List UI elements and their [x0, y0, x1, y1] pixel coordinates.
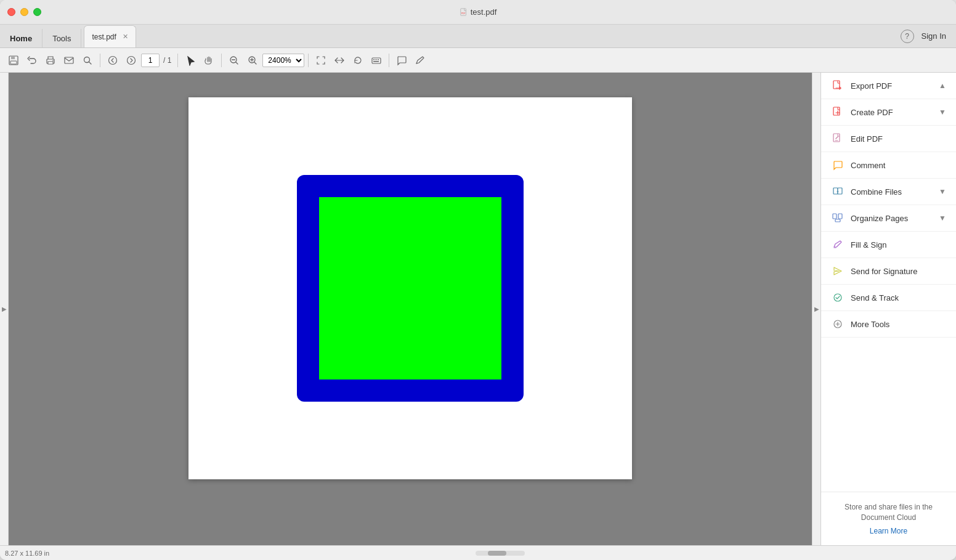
svg-point-10 [109, 56, 117, 64]
panel-item-comment[interactable]: Comment [821, 152, 956, 179]
svg-text:PDF: PDF [461, 12, 465, 14]
scrollbar-area [49, 551, 951, 556]
print-button[interactable] [42, 52, 59, 69]
maximize-button[interactable] [33, 8, 41, 16]
main-content: ▶ ▶ Export PDF ▲ [0, 73, 956, 545]
keyboard-button[interactable] [368, 52, 385, 69]
svg-rect-15 [373, 59, 375, 60]
export-pdf-chevron: ▲ [939, 81, 946, 90]
organize-pages-icon [831, 211, 845, 225]
title-bar: PDF test.pdf [0, 0, 956, 25]
create-pdf-icon [831, 105, 845, 119]
zoom-select[interactable]: 2400% [262, 54, 304, 67]
tab-home[interactable]: Home [0, 29, 43, 47]
zoom-out-button[interactable] [225, 52, 243, 69]
more-tools-label: More Tools [851, 320, 946, 329]
undo-button[interactable] [23, 52, 41, 69]
export-pdf-icon [831, 79, 845, 92]
panel-item-send-signature[interactable]: Send for Signature [821, 258, 956, 285]
create-pdf-chevron: ▼ [939, 108, 946, 116]
svg-rect-22 [833, 188, 838, 194]
fill-sign-icon [831, 238, 845, 251]
send-track-icon [831, 291, 845, 304]
panel-item-combine-files[interactable]: Combine Files ▼ [821, 179, 956, 205]
page-number-input[interactable] [141, 54, 160, 67]
svg-rect-18 [373, 61, 379, 62]
panel-item-export-pdf[interactable]: Export PDF ▲ [821, 73, 956, 99]
zoom-in-button[interactable] [244, 52, 261, 69]
create-pdf-label: Create PDF [851, 108, 933, 117]
next-page-button[interactable] [123, 52, 140, 69]
panel-item-create-pdf[interactable]: Create PDF ▼ [821, 99, 956, 126]
edit-pdf-label: Edit PDF [851, 134, 946, 144]
organize-pages-chevron: ▼ [939, 214, 946, 222]
right-panel-toggle[interactable]: ▶ [812, 73, 820, 545]
panel-item-send-track[interactable]: Send & Track [821, 285, 956, 311]
panel-item-more-tools[interactable]: More Tools [821, 311, 956, 338]
app-window: PDF test.pdf Home Tools test.pdf ✕ ? Sig… [0, 0, 956, 560]
learn-more-link[interactable]: Learn More [831, 527, 946, 535]
sign-in-button[interactable]: Sign In [922, 31, 946, 41]
panel-item-edit-pdf[interactable]: Edit PDF [821, 126, 956, 152]
comment-tool-button[interactable] [393, 52, 410, 69]
close-button[interactable] [7, 8, 15, 16]
scrollbar-thumb[interactable] [488, 551, 506, 556]
comment-icon [831, 158, 845, 172]
cursor-tool-button[interactable] [182, 52, 199, 69]
more-tools-icon [831, 317, 845, 331]
svg-point-11 [128, 56, 136, 64]
tab-tools[interactable]: Tools [43, 29, 81, 47]
fill-sign-label: Fill & Sign [851, 240, 946, 250]
export-pdf-label: Export PDF [851, 81, 933, 91]
left-panel-toggle[interactable]: ▶ [0, 73, 9, 545]
hand-tool-button[interactable] [200, 52, 217, 69]
organize-pages-label: Organize Pages [851, 214, 933, 223]
panel-item-organize-pages[interactable]: Organize Pages ▼ [821, 205, 956, 232]
prev-page-button[interactable] [104, 52, 121, 69]
combine-files-chevron: ▼ [939, 187, 946, 196]
minimize-button[interactable] [20, 8, 28, 16]
page-of-label: / 1 [163, 56, 171, 65]
header-right: ? Sign In [901, 30, 946, 43]
svg-rect-8 [65, 57, 73, 63]
cloud-promo: Store and share files in the Document Cl… [821, 492, 956, 545]
fit-page-button[interactable] [312, 52, 330, 69]
separator-2 [177, 54, 178, 67]
svg-rect-17 [378, 59, 379, 60]
traffic-lights [7, 8, 41, 16]
send-signature-label: Send for Signature [851, 267, 946, 276]
separator-1 [100, 54, 100, 67]
svg-rect-26 [835, 219, 840, 222]
tab-file[interactable]: test.pdf ✕ [84, 25, 136, 47]
pencil-button[interactable] [411, 52, 429, 69]
svg-rect-24 [833, 214, 836, 219]
panel-item-fill-sign[interactable]: Fill & Sign [821, 232, 956, 258]
svg-rect-23 [838, 188, 842, 194]
pdf-file-icon: PDF [460, 8, 468, 17]
svg-point-7 [52, 60, 54, 61]
horizontal-scrollbar[interactable] [476, 551, 525, 556]
page-dimensions: 8.27 x 11.69 in [5, 550, 49, 557]
green-rectangle [319, 197, 501, 379]
cloud-promo-text: Store and share files in the Document Cl… [831, 502, 946, 523]
help-button[interactable]: ? [901, 30, 914, 43]
fit-width-button[interactable] [331, 52, 348, 69]
tab-bar: Home Tools test.pdf ✕ ? Sign In [0, 25, 956, 48]
blue-rectangle [297, 175, 524, 402]
pdf-page [188, 97, 632, 479]
right-panel: Export PDF ▲ Create PDF ▼ Edit PDF [820, 73, 956, 545]
pdf-viewer[interactable] [9, 73, 812, 545]
separator-5 [389, 54, 389, 67]
svg-rect-20 [833, 107, 840, 115]
search-button[interactable] [79, 52, 96, 69]
send-track-label: Send & Track [851, 293, 946, 302]
svg-rect-16 [376, 59, 377, 60]
save-button[interactable] [5, 52, 22, 69]
separator-4 [308, 54, 309, 67]
email-button[interactable] [60, 52, 78, 69]
window-title: PDF test.pdf [460, 7, 497, 17]
combine-files-label: Combine Files [851, 187, 933, 197]
rotate-button[interactable] [349, 52, 367, 69]
edit-pdf-icon [831, 132, 845, 145]
tab-close-button[interactable]: ✕ [123, 33, 128, 41]
